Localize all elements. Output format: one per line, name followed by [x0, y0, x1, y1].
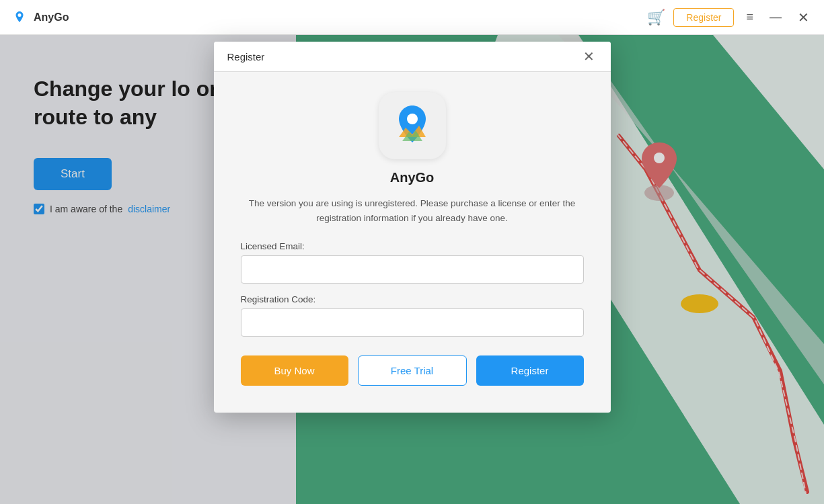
email-form-group: Licensed Email:	[241, 241, 584, 284]
unregistered-description: The version you are using is unregistere…	[241, 196, 584, 225]
email-input[interactable]	[241, 255, 584, 284]
title-bar: AnyGo 🛒 Register ≡ — ✕	[0, 0, 824, 35]
app-logo-area: AnyGo	[11, 9, 69, 26]
app-name-title: AnyGo	[34, 11, 69, 24]
free-trial-button[interactable]: Free Trial	[358, 355, 467, 386]
buy-now-button[interactable]: Buy Now	[241, 355, 348, 386]
title-bar-actions: 🛒 Register ≡ — ✕	[647, 7, 813, 28]
svg-point-8	[407, 114, 418, 124]
email-label: Licensed Email:	[241, 241, 584, 251]
modal-app-logo-icon	[389, 102, 436, 149]
modal-body: AnyGo The version you are using is unreg…	[214, 72, 611, 413]
register-modal: Register ✕ AnyGo The version you are usi…	[214, 42, 611, 413]
header-register-button[interactable]: Register	[673, 8, 734, 27]
code-form-group: Registration Code:	[241, 294, 584, 337]
modal-buttons: Buy Now Free Trial Register	[241, 355, 584, 386]
app-logo-icon	[11, 9, 28, 26]
svg-point-1	[18, 13, 22, 17]
modal-register-button[interactable]: Register	[476, 355, 584, 386]
cart-icon[interactable]: 🛒	[647, 9, 665, 26]
modal-overlay: Register ✕ AnyGo The version you are usi…	[0, 35, 824, 504]
minimize-icon[interactable]: —	[765, 7, 786, 27]
code-label: Registration Code:	[241, 294, 584, 304]
modal-title: Register	[227, 51, 265, 62]
menu-icon[interactable]: ≡	[742, 7, 757, 27]
modal-header: Register ✕	[214, 42, 611, 72]
modal-app-logo-container	[379, 92, 446, 159]
close-window-icon[interactable]: ✕	[794, 7, 813, 28]
modal-close-button[interactable]: ✕	[580, 50, 597, 63]
modal-app-name: AnyGo	[241, 170, 584, 185]
registration-code-input[interactable]	[241, 308, 584, 337]
